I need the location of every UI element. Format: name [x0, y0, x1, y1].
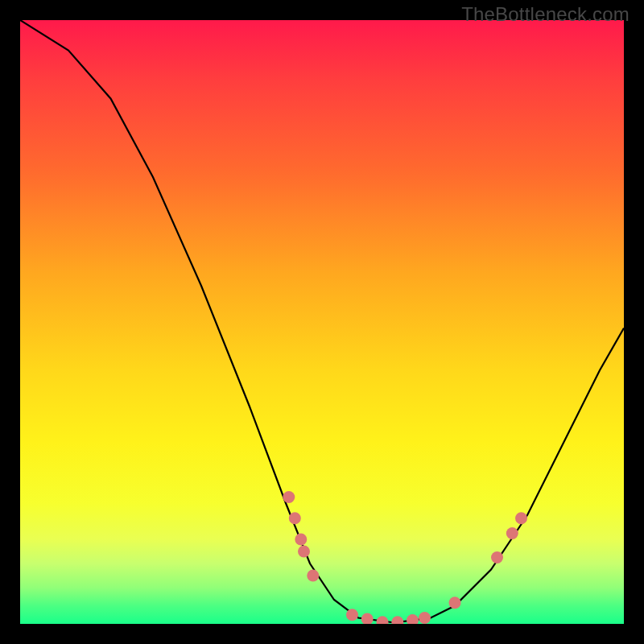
marker-dot — [289, 512, 301, 524]
marker-dot — [307, 570, 319, 582]
marker-dot — [407, 614, 419, 624]
marker-dot — [515, 512, 527, 524]
plot-area — [20, 20, 624, 624]
marker-dot — [391, 616, 403, 624]
marker-dot — [298, 546, 310, 558]
marker-dot — [506, 527, 518, 539]
marker-dot — [346, 609, 358, 621]
chart-frame: TheBottleneck.com — [0, 0, 644, 644]
watermark-text: TheBottleneck.com — [461, 3, 630, 26]
marker-dot — [361, 613, 374, 625]
curve-markers — [283, 491, 527, 624]
marker-dot — [491, 551, 503, 564]
marker-dot — [377, 616, 389, 624]
marker-dot — [295, 534, 307, 546]
marker-dot — [419, 612, 431, 624]
curve-layer — [20, 20, 624, 624]
marker-dot — [283, 491, 295, 503]
bottleneck-curve — [20, 20, 624, 623]
marker-dot — [449, 597, 461, 609]
